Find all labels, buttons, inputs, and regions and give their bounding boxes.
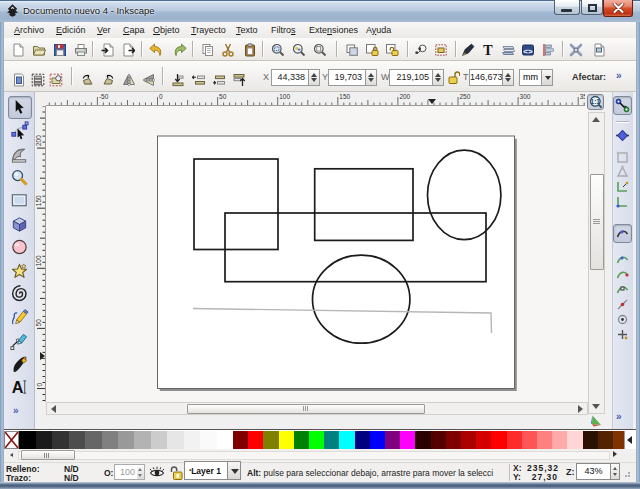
svg-text:100: 100 xyxy=(36,255,43,266)
svg-text:<>: <> xyxy=(523,47,533,56)
svg-text:250: 250 xyxy=(460,93,471,100)
svg-text:-50: -50 xyxy=(99,93,109,100)
svg-text:150: 150 xyxy=(339,93,350,100)
svg-text:100: 100 xyxy=(279,93,290,100)
svg-text:350: 350 xyxy=(580,93,585,100)
svg-text:50: 50 xyxy=(219,93,227,100)
svg-text:0: 0 xyxy=(36,383,43,387)
svg-text:T: T xyxy=(483,43,493,57)
svg-text:150: 150 xyxy=(36,195,43,206)
svg-text:300: 300 xyxy=(520,93,531,100)
svg-text:1:1: 1:1 xyxy=(591,98,601,105)
svg-text:200: 200 xyxy=(399,93,410,100)
svg-text:A: A xyxy=(12,378,24,396)
svg-text:50: 50 xyxy=(36,319,43,327)
svg-text:200: 200 xyxy=(36,135,43,146)
svg-text:0: 0 xyxy=(159,93,163,100)
